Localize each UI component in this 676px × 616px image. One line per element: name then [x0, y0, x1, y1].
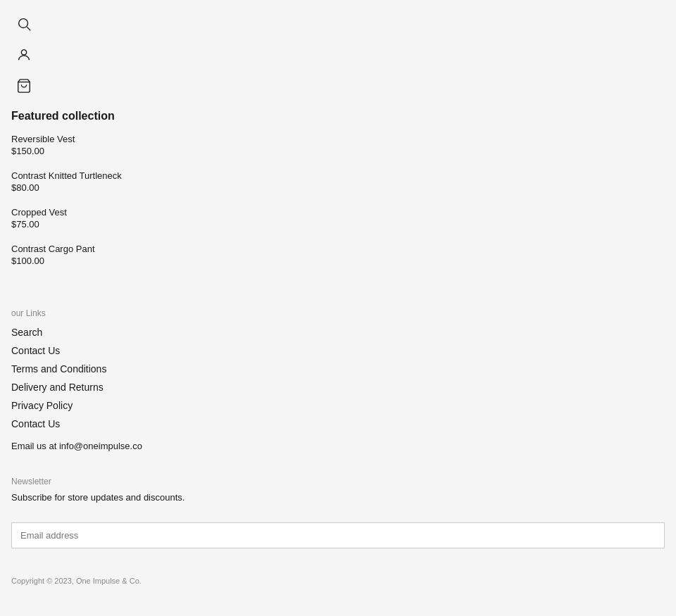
account-icon	[16, 47, 32, 63]
svg-point-2	[21, 50, 26, 55]
newsletter-desc: Subscribe for store updates and discount…	[11, 492, 665, 503]
newsletter-section: Newsletter Subscribe for store updates a…	[0, 465, 676, 522]
links-container: SearchContact UsTerms and ConditionsDeli…	[11, 327, 665, 411]
svg-point-0	[19, 19, 28, 28]
nav-link-item[interactable]: Delivery and Returns	[11, 382, 665, 393]
nav-link-item[interactable]: Search	[11, 327, 665, 338]
product-price: $75.00	[11, 219, 665, 230]
page-container: Featured collection Reversible Vest $150…	[0, 0, 676, 596]
product-name: Contrast Cargo Pant	[11, 244, 665, 254]
svg-line-1	[27, 27, 30, 30]
cart-button[interactable]	[11, 73, 37, 99]
product-name: Cropped Vest	[11, 207, 665, 218]
featured-section: Featured collection Reversible Vest $150…	[0, 99, 676, 297]
product-price: $80.00	[11, 182, 665, 193]
links-section: our Links SearchContact UsTerms and Cond…	[0, 297, 676, 465]
account-button[interactable]	[11, 42, 37, 68]
footer: Copyright © 2023, One Impulse & Co.	[0, 560, 676, 596]
product-item[interactable]: Contrast Cargo Pant $100.00	[11, 244, 665, 266]
links-title: our Links	[11, 308, 665, 318]
newsletter-title: Newsletter	[11, 477, 665, 486]
nav-icons	[0, 0, 676, 99]
search-icon	[16, 16, 32, 32]
product-item[interactable]: Contrast Knitted Turtleneck $80.00	[11, 170, 665, 193]
nav-link-item[interactable]: Privacy Policy	[11, 400, 665, 411]
copyright-text: Copyright © 2023, One Impulse & Co.	[11, 577, 665, 585]
product-item[interactable]: Reversible Vest $150.00	[11, 134, 665, 156]
product-name: Reversible Vest	[11, 134, 665, 144]
email-info: Email us at info@oneimpulse.co	[11, 441, 665, 451]
products-container: Reversible Vest $150.00 Contrast Knitted…	[11, 134, 665, 266]
featured-title: Featured collection	[11, 110, 665, 122]
contact-us-link-footer[interactable]: Contact Us	[11, 418, 665, 429]
nav-link-item[interactable]: Contact Us	[11, 345, 665, 356]
product-name: Contrast Knitted Turtleneck	[11, 170, 665, 181]
product-item[interactable]: Cropped Vest $75.00	[11, 207, 665, 230]
product-price: $150.00	[11, 146, 665, 156]
email-input[interactable]	[11, 522, 665, 548]
product-price: $100.00	[11, 256, 665, 266]
search-button[interactable]	[11, 11, 37, 37]
nav-link-item[interactable]: Terms and Conditions	[11, 363, 665, 375]
cart-icon	[16, 78, 32, 94]
